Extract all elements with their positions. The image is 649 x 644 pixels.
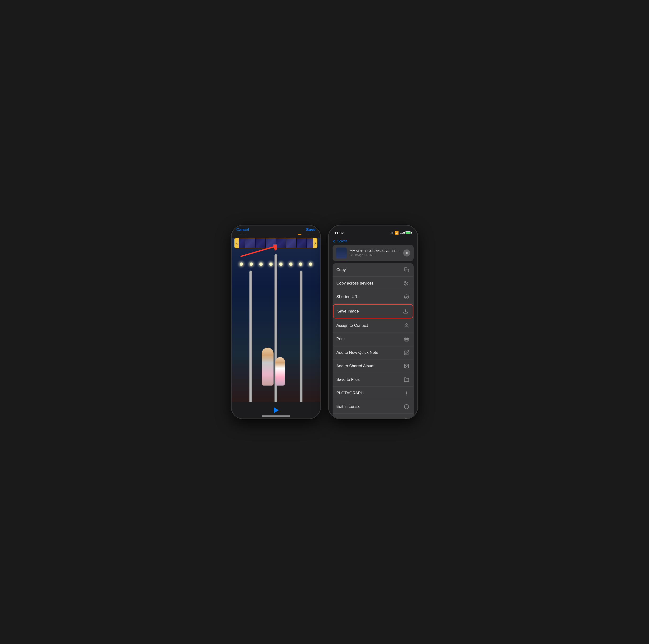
wifi-icon-right: 📶 xyxy=(395,231,399,235)
status-bar-right: 11:32 📶 100 xyxy=(329,226,418,237)
menu-item-save-files[interactable]: Save to Files xyxy=(333,373,414,387)
menu-item-copy-across[interactable]: Copy across devices xyxy=(333,277,414,290)
play-icon xyxy=(274,407,279,413)
chevron-left-icon xyxy=(333,240,336,242)
timeline-handle-right[interactable]: 〉 xyxy=(313,238,317,248)
file-name: trim.5E319904-BC26-4F7F-88B... xyxy=(350,249,400,253)
save-button[interactable]: Save xyxy=(306,228,315,232)
download-icon xyxy=(402,308,409,315)
close-button[interactable]: × xyxy=(403,249,410,256)
cancel-button[interactable]: Cancel xyxy=(236,228,249,232)
plotagraph-icon xyxy=(403,390,410,397)
svg-point-4 xyxy=(405,284,406,285)
circle-icon xyxy=(403,403,410,410)
menu-item-plotagraph[interactable]: PLOTAGRAPH xyxy=(333,387,414,400)
svg-line-1 xyxy=(241,247,274,256)
phone-right: 11:32 📶 100 Sear xyxy=(328,225,418,419)
person-adult xyxy=(262,348,273,386)
menu-item-shared-album[interactable]: Add to Shared Album xyxy=(333,359,414,373)
video-content xyxy=(231,238,320,402)
back-button[interactable]: Search xyxy=(329,237,418,245)
svg-point-17 xyxy=(404,404,408,409)
compass-icon xyxy=(403,293,410,300)
battery-right: 100 xyxy=(400,231,412,235)
note-icon xyxy=(403,349,410,356)
file-header: trim.5E319904-BC26-4F7F-88B... GIF Image… xyxy=(333,245,414,261)
menu-item-hp-smart[interactable]: Print with HP Smart xyxy=(333,413,414,419)
video-bottom-controls xyxy=(231,402,320,418)
copy-icon xyxy=(403,267,410,273)
screen-right: Search trim.5E319904-BC26-4F7F-88B... GI… xyxy=(329,237,418,419)
svg-point-8 xyxy=(404,295,408,299)
menu-item-print[interactable]: Print xyxy=(333,332,414,346)
phone-left: 11:32 📶 100 Cancel xyxy=(231,225,321,419)
phones-container: 11:32 📶 100 Cancel xyxy=(231,225,418,419)
menu-item-copy[interactable]: Copy xyxy=(333,263,414,277)
person-child xyxy=(275,357,285,386)
file-thumbnail xyxy=(336,247,347,258)
home-indicator xyxy=(262,415,290,416)
svg-line-7 xyxy=(405,282,406,283)
menu-item-save-image[interactable]: Save Image xyxy=(333,304,413,318)
svg-rect-2 xyxy=(406,269,408,272)
svg-point-14 xyxy=(405,365,406,366)
svg-point-3 xyxy=(405,281,406,283)
folder-icon xyxy=(403,376,410,383)
svg-point-11 xyxy=(405,324,407,325)
nav-bar-left: Cancel Edit Video Save xyxy=(231,226,320,234)
carousel-scene xyxy=(231,238,320,402)
file-info: trim.5E319904-BC26-4F7F-88B... GIF Image… xyxy=(350,249,400,257)
person-icon xyxy=(403,322,410,329)
svg-marker-9 xyxy=(405,296,407,298)
scissors-icon xyxy=(403,280,410,287)
annotation-arrow xyxy=(239,244,276,259)
menu-item-shorten-url[interactable]: Shorten URL xyxy=(333,290,414,304)
timeline-handle-left[interactable]: 〈 xyxy=(235,238,239,248)
hpsmart-icon xyxy=(403,417,410,419)
status-icons-right: 📶 100 xyxy=(390,231,412,235)
svg-rect-12 xyxy=(405,339,408,341)
album-icon xyxy=(403,363,410,369)
signal-icon-right xyxy=(390,232,393,234)
play-button[interactable] xyxy=(272,406,280,414)
svg-point-15 xyxy=(406,391,407,392)
menu-item-assign-contact[interactable]: Assign to Contact xyxy=(333,319,414,332)
people-silhouette xyxy=(262,338,290,386)
menu-item-lensa[interactable]: Edit in Lensa xyxy=(333,400,414,413)
svg-line-6 xyxy=(407,284,408,285)
menu-item-quick-note[interactable]: Add to New Quick Note xyxy=(333,346,414,359)
status-time-right: 11:32 xyxy=(335,231,343,235)
print-icon xyxy=(403,336,410,343)
menu-list: Copy Copy across devices xyxy=(333,263,414,419)
file-meta: GIF Image · 1.3 MB xyxy=(350,253,400,257)
page-title-left: Edit Video xyxy=(268,228,287,232)
